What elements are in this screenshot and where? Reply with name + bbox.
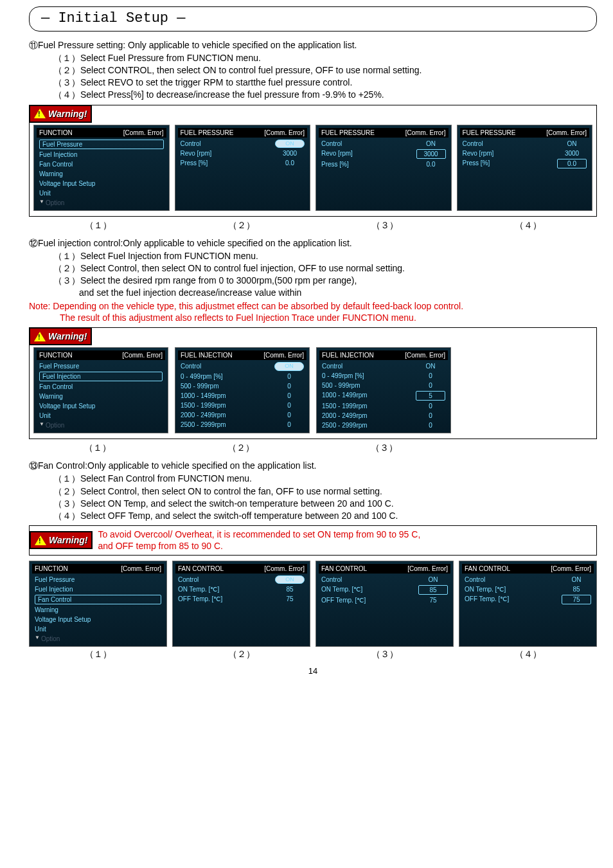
- s13-screens: FUNCTION[Comm. Error] Fuel Pressure Fuel…: [29, 561, 597, 647]
- warning-icon: [34, 109, 46, 118]
- s11-screens: Warning! FUNCTION[Comm. Error] Fuel Pres…: [29, 105, 597, 217]
- panel-function-3: FUNCTION[Comm. Error] Fuel Pressure Fuel…: [29, 561, 167, 647]
- panel-fc-2: FAN CONTROL[Comm. Error] ControlON ON Te…: [172, 561, 310, 647]
- panel-fc-3: FAN CONTROL[Comm. Error] ControlON ON Te…: [315, 561, 454, 647]
- panel-function: FUNCTION[Comm. Error] Fuel Pressure Fuel…: [33, 125, 170, 211]
- s12-captions: （１）（２）（３）: [29, 442, 453, 453]
- s12-steps: （１）Select Fuel Injection from FUNCTION m…: [53, 250, 597, 299]
- warning-icon: [34, 332, 46, 341]
- s12-lead: ⑫Fuel injection control:Only applicable …: [29, 237, 597, 249]
- warning-badge: Warning!: [30, 531, 93, 549]
- s11-steps: （１）Select Fuel Pressure from FUNCTION me…: [53, 52, 597, 101]
- panel-fp-2: FUEL PRESSURE[Comm. Error] ControlON Rev…: [175, 125, 311, 211]
- s11-lead: ⑪Fuel Pressure setting: Only applicable …: [29, 39, 597, 51]
- panel-fi-2: FUEL INJECTION[Comm. Error] ControlON 0 …: [175, 347, 310, 433]
- panel-function-2: FUNCTION[Comm. Error] Fuel Pressure Fuel…: [33, 347, 168, 433]
- s12-screens: Warning! FUNCTION[Comm. Error] Fuel Pres…: [29, 327, 597, 439]
- warning-badge: Warning!: [29, 105, 92, 123]
- s12-note: Note: Depending on the vehicle type, thi…: [29, 300, 597, 323]
- s13-captions: （１）（２）（３）（４）: [29, 648, 597, 660]
- s13-warning-note: Warning! To avoid Overcool/ Overheat, it…: [29, 525, 597, 555]
- warning-badge: Warning!: [29, 327, 92, 345]
- warning-icon: [35, 536, 46, 545]
- panel-fc-4: FAN CONTROL[Comm. Error] ControlON ON Te…: [459, 561, 597, 647]
- panel-fp-3: FUEL PRESSURE[Comm. Error] ControlON Rev…: [315, 125, 452, 211]
- page-title: — Initial Setup —: [41, 10, 585, 28]
- s13-lead: ⑬Fan Control:Only applicable to vehicle …: [29, 460, 597, 471]
- page-number: 14: [29, 666, 597, 677]
- panel-fi-3: FUEL INJECTION[Comm. Error] ControlON 0 …: [316, 347, 451, 433]
- s11-captions: （１）（２）（３）（４）: [29, 219, 597, 231]
- panel-fp-4: FUEL PRESSURE[Comm. Error] ControlON Rev…: [457, 125, 593, 211]
- s13-steps: （１）Select Fan Control from FUNCTION menu…: [53, 473, 597, 521]
